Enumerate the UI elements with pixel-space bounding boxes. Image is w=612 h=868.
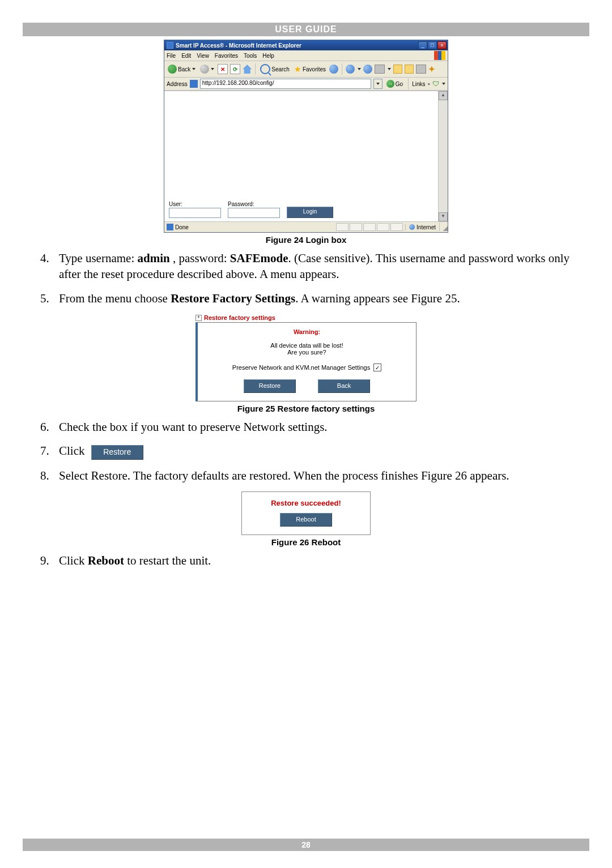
chevron-down-icon [388, 68, 391, 70]
step9-reboot: Reboot [88, 554, 124, 567]
step-4: Type username: admin , password: SAFEmod… [52, 250, 589, 283]
go-icon: → [386, 80, 394, 88]
login-form: User: Password: Login [169, 201, 333, 218]
steps-list-a: Type username: admin , password: SAFEmod… [23, 250, 589, 306]
links-chevron-icon[interactable]: » [428, 82, 430, 87]
tree-expand-icon[interactable]: + [196, 315, 202, 321]
login-button[interactable]: Login [287, 207, 333, 218]
chevron-down-icon [358, 68, 361, 70]
figure24-caption: Figure 24 Login box [23, 235, 589, 245]
address-input[interactable]: http://192.168.200.80/config/ [200, 79, 371, 89]
chevron-down-icon [376, 83, 380, 85]
restore-button[interactable]: Restore [244, 379, 296, 393]
ie-addressbar: Address http://192.168.200.80/config/ → … [164, 78, 448, 91]
password-input[interactable] [228, 208, 280, 218]
research-button[interactable] [405, 65, 414, 74]
mail-button[interactable] [346, 65, 355, 74]
favorites-button[interactable]: ★ Favorites [293, 65, 327, 74]
user-label: User: [169, 201, 221, 207]
step5-text-a: From the menu choose [59, 292, 171, 305]
back-button[interactable]: Back [167, 65, 197, 74]
preserve-checkbox[interactable]: ✓ [373, 364, 381, 371]
search-label: Search [271, 66, 290, 72]
back-button[interactable]: Back [318, 379, 370, 393]
step-7: Click Restore [52, 443, 589, 459]
toolbar-divider [255, 63, 256, 75]
ie-title-text: Smart IP Access® - Microsoft Internet Ex… [176, 42, 301, 49]
header-bar: USER GUIDE [23, 23, 589, 36]
figure26-caption: Figure 26 Reboot [23, 537, 589, 547]
status-done-label: Done [175, 224, 189, 230]
search-button[interactable]: Search [259, 64, 291, 74]
ie-titlebar: Smart IP Access® - Microsoft Internet Ex… [164, 40, 448, 50]
step5-text-c: . A warning appears see Figure 25. [295, 292, 460, 305]
user-input[interactable] [169, 208, 221, 218]
chevron-down-icon [442, 83, 445, 85]
addressbar-divider [408, 78, 409, 89]
step5-bold: Restore Factory Settings [171, 292, 295, 305]
forward-button[interactable] [199, 65, 215, 74]
norton-icon[interactable]: 🛡 [432, 80, 439, 88]
stop-button[interactable]: ✕ [218, 64, 228, 74]
preserve-label: Preserve Network and KVM.net Manager Set… [232, 364, 370, 371]
warning-line2: Are you sure? [202, 349, 411, 356]
home-button[interactable] [243, 65, 252, 74]
menu-help[interactable]: Help [262, 53, 274, 59]
discuss-button[interactable] [393, 65, 402, 74]
ie-toolbar: Back ✕ ⟳ Search ★ Favorites [164, 61, 448, 78]
figure25-tree-title: + Restore factory settings [196, 314, 416, 321]
warning-label: Warning: [202, 328, 411, 335]
chevron-down-icon [211, 68, 214, 70]
vertical-scrollbar[interactable]: ▲ ▼ [438, 91, 448, 221]
steps-list-b: Check the box if you want to preserve Ne… [23, 419, 589, 484]
minimize-button[interactable]: _ [418, 41, 427, 49]
globe-icon [409, 224, 415, 230]
menu-edit[interactable]: Edit [181, 53, 191, 59]
step9-text-a: Click [59, 554, 88, 567]
edit-button[interactable] [375, 65, 385, 74]
reboot-button[interactable]: Reboot [280, 513, 332, 527]
maximize-button[interactable]: □ [428, 41, 437, 49]
scroll-up-icon[interactable]: ▲ [439, 91, 448, 100]
steps-list-c: Click Reboot to restart the unit. [23, 553, 589, 568]
menu-file[interactable]: File [167, 53, 176, 59]
ie-throbber-icon [434, 51, 445, 60]
extra-toolbar-icon[interactable]: ✦ [428, 65, 435, 74]
figure25: + Restore factory settings Warning: All … [196, 314, 416, 401]
toolbar-divider [342, 63, 342, 75]
address-label: Address [167, 81, 188, 87]
status-zone-label: Internet [416, 224, 436, 230]
ie-statusbar: Done Internet [164, 221, 448, 232]
step4-text-b: , password: [170, 251, 230, 265]
back-icon [168, 65, 177, 74]
print-button[interactable] [363, 65, 372, 74]
links-label[interactable]: Links [412, 81, 425, 87]
star-icon: ★ [294, 65, 301, 74]
ie-window: Smart IP Access® - Microsoft Internet Ex… [164, 40, 448, 233]
address-dropdown[interactable] [373, 79, 382, 89]
scroll-down-icon[interactable]: ▼ [439, 212, 448, 221]
favorites-label: Favorites [303, 66, 326, 72]
go-button[interactable]: → Go [385, 80, 405, 88]
messenger-button[interactable] [416, 65, 426, 74]
inline-restore-button[interactable]: Restore [91, 445, 143, 460]
footer-page-number: 28 [23, 839, 589, 851]
refresh-button[interactable]: ⟳ [230, 64, 240, 74]
step7-text: Click [59, 444, 88, 457]
menu-favorites[interactable]: Favorites [215, 53, 238, 59]
close-button[interactable]: × [437, 41, 447, 49]
step-6: Check the box if you want to preserve Ne… [52, 419, 589, 435]
resize-grip-icon[interactable] [439, 223, 448, 231]
page-icon [190, 80, 198, 88]
step4-text-a: Type username: [59, 251, 137, 265]
history-button[interactable] [329, 65, 338, 74]
step-9: Click Reboot to restart the unit. [52, 553, 589, 568]
restore-succeeded-label: Restore succeeded! [246, 499, 366, 507]
password-label: Password: [228, 201, 280, 207]
menu-tools[interactable]: Tools [244, 53, 257, 59]
menu-view[interactable]: View [197, 53, 209, 59]
figure25-caption: Figure 25 Restore factory settings [23, 404, 589, 413]
step-5: From the menu choose Restore Factory Set… [52, 290, 589, 306]
warning-line1: All device data will be lost! [202, 342, 411, 349]
ie-menubar: File Edit View Favorites Tools Help [164, 50, 448, 61]
